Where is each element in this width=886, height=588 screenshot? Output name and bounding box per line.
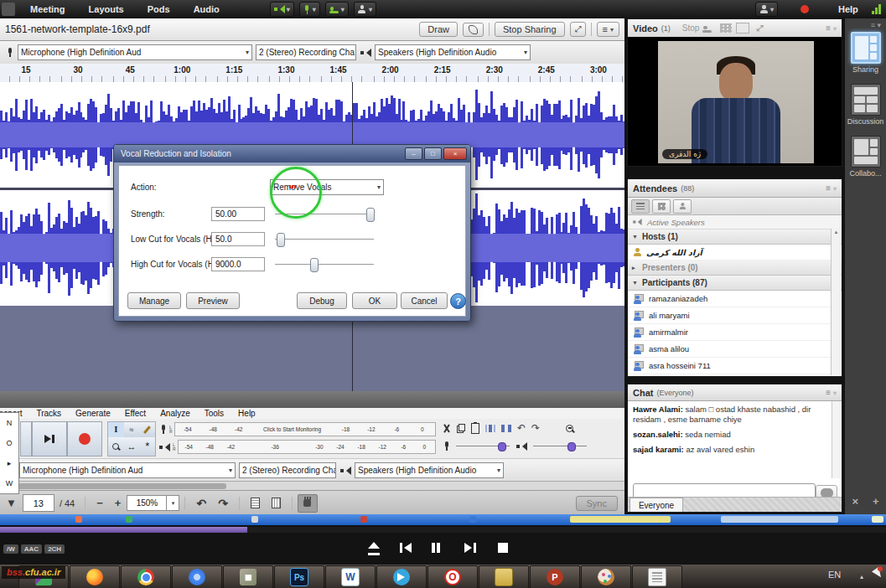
hosts-group-row[interactable]: ▼ Hosts (1) — [628, 230, 842, 245]
grid-view-icon[interactable] — [720, 23, 732, 33]
previous-button[interactable] — [400, 542, 413, 554]
close-layout-icon[interactable]: × — [852, 495, 858, 508]
webcam-button[interactable]: ▾ — [325, 2, 349, 17]
record-button[interactable] — [67, 421, 102, 456]
zoom-in-icon[interactable] — [566, 425, 573, 432]
dock-item-photos[interactable]: ▦ — [223, 565, 273, 588]
expand-icon[interactable]: ▸ — [632, 265, 639, 271]
dock-item-file-manager[interactable] — [479, 565, 529, 588]
menu-meeting[interactable]: Meeting — [18, 0, 77, 18]
recording-meter[interactable]: LR -54-48-42Click to Start Monitoring-18… — [159, 421, 436, 437]
dialog-help-button[interactable]: ? — [450, 293, 466, 309]
single-page-view-icon[interactable] — [251, 498, 260, 508]
layouts-menu-icon[interactable]: ≡ ▾ — [845, 18, 886, 32]
timeline-ruler[interactable]: 1530451:001:151:301:452:002:152:302:453:… — [0, 64, 624, 83]
channels-select[interactable]: 2 (Stereo) Recording Cha▾ — [256, 44, 356, 60]
lowcut-input[interactable]: 50.0 — [211, 232, 265, 246]
multi-tool[interactable]: * — [139, 437, 155, 456]
stop-button[interactable] — [496, 542, 510, 554]
cancel-button[interactable]: Cancel — [401, 292, 448, 309]
dock-item-psiphon[interactable]: P — [530, 565, 580, 588]
menu-item-fragment[interactable]: ▸ — [8, 459, 12, 467]
status-view-button[interactable] — [652, 199, 671, 214]
dialog-titlebar[interactable]: Vocal Reduction and Isolation – □ × — [114, 145, 470, 162]
channels-select-2[interactable]: 2 (Stereo) Recording Cha▾ — [239, 462, 336, 478]
breakout-view-button[interactable] — [673, 199, 692, 214]
video-progress-bar[interactable] — [0, 527, 886, 533]
zoom-in-button[interactable]: + — [115, 497, 122, 509]
copy-icon[interactable] — [457, 424, 465, 433]
layout-collaboration-thumbnail[interactable] — [851, 136, 881, 168]
skip-to-end-button[interactable] — [32, 421, 67, 456]
tray-expand-icon[interactable]: ▴ — [860, 573, 863, 580]
pointer-button[interactable] — [463, 23, 484, 37]
participant-list-item[interactable]: ramazaniazadeh — [628, 291, 842, 307]
silence-icon[interactable] — [501, 425, 511, 432]
share-pod-menu-button[interactable]: ≡▾ — [597, 22, 619, 37]
participant-list-item[interactable]: ali maryami — [628, 307, 842, 324]
dock-item-document-viewer[interactable] — [632, 565, 682, 588]
rotate-ccw-icon[interactable]: ↶ — [196, 497, 206, 510]
speaker-button[interactable]: ▾ — [270, 2, 294, 17]
add-layout-icon[interactable]: + — [873, 495, 879, 508]
eject-button[interactable] — [367, 542, 381, 554]
hand-tool-button[interactable] — [298, 494, 318, 513]
strength-input[interactable]: 50.00 — [211, 207, 265, 221]
preview-button[interactable]: Preview — [186, 292, 240, 309]
zoom-caret-icon[interactable]: ▾ — [167, 495, 179, 511]
dock-item-opera[interactable]: O — [427, 565, 478, 588]
chat-messages[interactable]: Hawre Alami: salam □ ostad khaste nabash… — [628, 401, 833, 478]
redo-icon[interactable]: ↷ — [531, 422, 540, 434]
speaker-caret-icon[interactable]: ▾ — [287, 6, 290, 13]
lowcut-slider[interactable] — [275, 233, 374, 245]
microphone-button[interactable]: ▾ — [299, 2, 320, 17]
trim-outside-icon[interactable] — [485, 425, 495, 432]
menu-pods[interactable]: Pods — [136, 0, 182, 18]
playback-meter[interactable]: LR -54-48-42-36-30-24-18-12-60 — [159, 439, 436, 455]
cut-icon[interactable] — [443, 424, 451, 433]
collapse-icon[interactable]: ▼ — [632, 280, 639, 286]
envelope-tool[interactable]: ≈ — [124, 422, 140, 437]
nav-down-arrow-icon[interactable]: ▼ — [6, 497, 17, 509]
page-number-input[interactable] — [23, 494, 54, 512]
speaker-device-select[interactable]: Speakers (High Definition Audio▾ — [375, 44, 531, 60]
menu-help[interactable]: Help — [838, 4, 858, 14]
video-resize-icon[interactable]: ⤢ — [756, 23, 763, 34]
chat-pod-menu-icon[interactable]: ≡▾ — [826, 388, 837, 397]
active-speakers-row[interactable]: Active Speakers — [628, 215, 842, 230]
scrollbar-thumb[interactable] — [2, 483, 226, 489]
attendees-pod-menu-icon[interactable]: ≡▾ — [826, 183, 837, 193]
tab-everyone[interactable]: Everyone — [630, 498, 683, 512]
speaker-device-select-2[interactable]: Speakers (High Definition Audio▾ — [355, 462, 504, 478]
dock-item-chromium[interactable] — [172, 565, 222, 588]
dock-item-telegram[interactable] — [376, 565, 427, 588]
record-volume-slider[interactable] — [456, 446, 510, 446]
menu-item-fragment[interactable]: W — [6, 479, 13, 487]
participant-list-item[interactable]: asma alilou — [628, 341, 842, 358]
open-menu-fragment[interactable]: NO▸W — [0, 412, 19, 494]
minimize-button[interactable]: – — [405, 147, 422, 160]
dock-item-paint[interactable] — [581, 565, 631, 588]
maximize-button[interactable]: □ — [424, 147, 442, 160]
selection-tool[interactable]: I — [108, 422, 124, 437]
highcut-slider[interactable] — [275, 258, 374, 271]
debug-button[interactable]: Debug — [297, 292, 347, 309]
menu-item-fragment[interactable]: N — [7, 419, 13, 427]
two-page-view-icon[interactable] — [272, 498, 281, 508]
ok-button[interactable]: OK — [352, 292, 397, 309]
dock-item-word[interactable]: W — [325, 565, 376, 588]
transport-button-partial[interactable] — [20, 421, 32, 456]
stop-webcam-button[interactable]: Stop — [682, 23, 700, 33]
webcam-caret-icon[interactable]: ▾ — [341, 6, 345, 13]
audacity-menu-item[interactable]: Tools — [205, 409, 224, 418]
presenters-group-row[interactable]: ▸ Presenters (0) — [628, 260, 842, 276]
dock-item-chrome[interactable] — [121, 565, 171, 588]
zoom-level-select[interactable]: 150% — [127, 495, 167, 511]
participants-group-row[interactable]: ▼ Participants (87) — [628, 276, 842, 291]
audacity-menu-item[interactable]: Effect — [125, 409, 146, 418]
layout-sharing-thumbnail[interactable] — [851, 32, 881, 64]
dock-item-photoshop[interactable]: Ps — [274, 565, 324, 588]
highcut-input[interactable]: 9000.0 — [211, 257, 265, 271]
list-view-button[interactable] — [631, 199, 650, 214]
draw-tool[interactable] — [139, 422, 155, 437]
